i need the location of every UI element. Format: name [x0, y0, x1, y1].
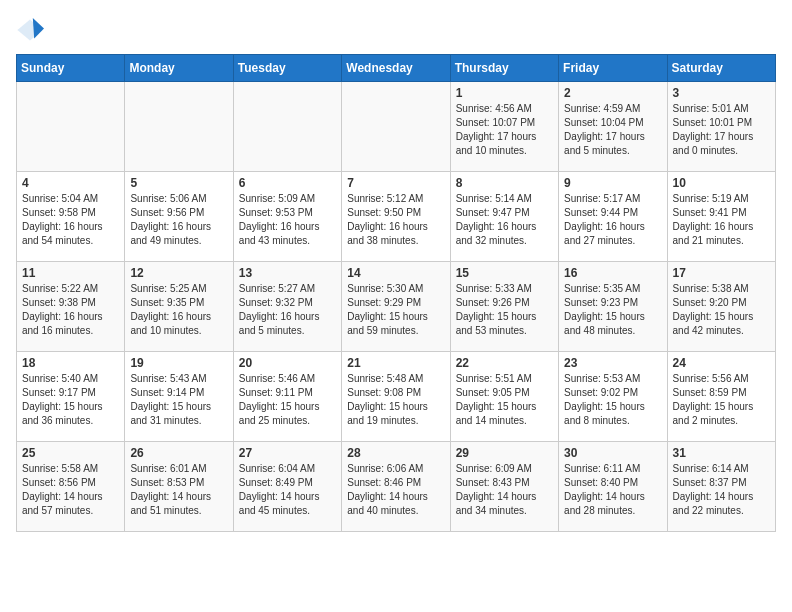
day-info: Sunrise: 5:58 AM Sunset: 8:56 PM Dayligh… — [22, 462, 119, 518]
day-info: Sunrise: 5:14 AM Sunset: 9:47 PM Dayligh… — [456, 192, 553, 248]
calendar-day-16: 16Sunrise: 5:35 AM Sunset: 9:23 PM Dayli… — [559, 262, 667, 352]
day-info: Sunrise: 5:09 AM Sunset: 9:53 PM Dayligh… — [239, 192, 336, 248]
day-info: Sunrise: 5:22 AM Sunset: 9:38 PM Dayligh… — [22, 282, 119, 338]
weekday-header-monday: Monday — [125, 55, 233, 82]
day-number: 26 — [130, 446, 227, 460]
calendar-day-1: 1Sunrise: 4:56 AM Sunset: 10:07 PM Dayli… — [450, 82, 558, 172]
calendar-day-2: 2Sunrise: 4:59 AM Sunset: 10:04 PM Dayli… — [559, 82, 667, 172]
day-number: 14 — [347, 266, 444, 280]
calendar-body: 1Sunrise: 4:56 AM Sunset: 10:07 PM Dayli… — [17, 82, 776, 532]
day-number: 27 — [239, 446, 336, 460]
day-info: Sunrise: 5:19 AM Sunset: 9:41 PM Dayligh… — [673, 192, 770, 248]
calendar-header: SundayMondayTuesdayWednesdayThursdayFrid… — [17, 55, 776, 82]
day-info: Sunrise: 5:30 AM Sunset: 9:29 PM Dayligh… — [347, 282, 444, 338]
day-number: 17 — [673, 266, 770, 280]
calendar-day-18: 18Sunrise: 5:40 AM Sunset: 9:17 PM Dayli… — [17, 352, 125, 442]
day-info: Sunrise: 5:53 AM Sunset: 9:02 PM Dayligh… — [564, 372, 661, 428]
day-number: 8 — [456, 176, 553, 190]
day-number: 31 — [673, 446, 770, 460]
day-number: 4 — [22, 176, 119, 190]
calendar-day-30: 30Sunrise: 6:11 AM Sunset: 8:40 PM Dayli… — [559, 442, 667, 532]
day-number: 25 — [22, 446, 119, 460]
day-info: Sunrise: 5:04 AM Sunset: 9:58 PM Dayligh… — [22, 192, 119, 248]
weekday-header-friday: Friday — [559, 55, 667, 82]
calendar-week-3: 11Sunrise: 5:22 AM Sunset: 9:38 PM Dayli… — [17, 262, 776, 352]
day-number: 1 — [456, 86, 553, 100]
day-info: Sunrise: 5:25 AM Sunset: 9:35 PM Dayligh… — [130, 282, 227, 338]
day-number: 18 — [22, 356, 119, 370]
calendar-week-5: 25Sunrise: 5:58 AM Sunset: 8:56 PM Dayli… — [17, 442, 776, 532]
day-info: Sunrise: 6:06 AM Sunset: 8:46 PM Dayligh… — [347, 462, 444, 518]
calendar-day-28: 28Sunrise: 6:06 AM Sunset: 8:46 PM Dayli… — [342, 442, 450, 532]
day-number: 16 — [564, 266, 661, 280]
calendar-day-5: 5Sunrise: 5:06 AM Sunset: 9:56 PM Daylig… — [125, 172, 233, 262]
calendar-day-25: 25Sunrise: 5:58 AM Sunset: 8:56 PM Dayli… — [17, 442, 125, 532]
day-info: Sunrise: 4:56 AM Sunset: 10:07 PM Daylig… — [456, 102, 553, 158]
calendar-day-26: 26Sunrise: 6:01 AM Sunset: 8:53 PM Dayli… — [125, 442, 233, 532]
calendar-day-22: 22Sunrise: 5:51 AM Sunset: 9:05 PM Dayli… — [450, 352, 558, 442]
calendar-day-15: 15Sunrise: 5:33 AM Sunset: 9:26 PM Dayli… — [450, 262, 558, 352]
day-number: 5 — [130, 176, 227, 190]
day-info: Sunrise: 5:56 AM Sunset: 8:59 PM Dayligh… — [673, 372, 770, 428]
day-number: 3 — [673, 86, 770, 100]
day-info: Sunrise: 5:01 AM Sunset: 10:01 PM Daylig… — [673, 102, 770, 158]
page-header — [16, 16, 776, 44]
calendar-day-27: 27Sunrise: 6:04 AM Sunset: 8:49 PM Dayli… — [233, 442, 341, 532]
day-number: 9 — [564, 176, 661, 190]
calendar-day-17: 17Sunrise: 5:38 AM Sunset: 9:20 PM Dayli… — [667, 262, 775, 352]
calendar-day-20: 20Sunrise: 5:46 AM Sunset: 9:11 PM Dayli… — [233, 352, 341, 442]
weekday-header-thursday: Thursday — [450, 55, 558, 82]
calendar-day-12: 12Sunrise: 5:25 AM Sunset: 9:35 PM Dayli… — [125, 262, 233, 352]
day-number: 12 — [130, 266, 227, 280]
day-number: 23 — [564, 356, 661, 370]
day-number: 21 — [347, 356, 444, 370]
day-number: 2 — [564, 86, 661, 100]
weekday-header-tuesday: Tuesday — [233, 55, 341, 82]
calendar-day-8: 8Sunrise: 5:14 AM Sunset: 9:47 PM Daylig… — [450, 172, 558, 262]
day-info: Sunrise: 6:11 AM Sunset: 8:40 PM Dayligh… — [564, 462, 661, 518]
day-number: 10 — [673, 176, 770, 190]
day-info: Sunrise: 5:40 AM Sunset: 9:17 PM Dayligh… — [22, 372, 119, 428]
weekday-header-saturday: Saturday — [667, 55, 775, 82]
day-info: Sunrise: 5:17 AM Sunset: 9:44 PM Dayligh… — [564, 192, 661, 248]
calendar-day-6: 6Sunrise: 5:09 AM Sunset: 9:53 PM Daylig… — [233, 172, 341, 262]
weekday-row: SundayMondayTuesdayWednesdayThursdayFrid… — [17, 55, 776, 82]
logo — [16, 16, 48, 44]
calendar-day-empty — [342, 82, 450, 172]
day-number: 29 — [456, 446, 553, 460]
calendar-week-1: 1Sunrise: 4:56 AM Sunset: 10:07 PM Dayli… — [17, 82, 776, 172]
calendar-day-empty — [17, 82, 125, 172]
day-number: 6 — [239, 176, 336, 190]
day-info: Sunrise: 5:43 AM Sunset: 9:14 PM Dayligh… — [130, 372, 227, 428]
day-info: Sunrise: 5:33 AM Sunset: 9:26 PM Dayligh… — [456, 282, 553, 338]
calendar-day-empty — [125, 82, 233, 172]
weekday-header-sunday: Sunday — [17, 55, 125, 82]
calendar-day-19: 19Sunrise: 5:43 AM Sunset: 9:14 PM Dayli… — [125, 352, 233, 442]
day-number: 15 — [456, 266, 553, 280]
day-info: Sunrise: 6:09 AM Sunset: 8:43 PM Dayligh… — [456, 462, 553, 518]
calendar-day-31: 31Sunrise: 6:14 AM Sunset: 8:37 PM Dayli… — [667, 442, 775, 532]
calendar-day-29: 29Sunrise: 6:09 AM Sunset: 8:43 PM Dayli… — [450, 442, 558, 532]
calendar-day-11: 11Sunrise: 5:22 AM Sunset: 9:38 PM Dayli… — [17, 262, 125, 352]
day-info: Sunrise: 6:14 AM Sunset: 8:37 PM Dayligh… — [673, 462, 770, 518]
calendar-day-4: 4Sunrise: 5:04 AM Sunset: 9:58 PM Daylig… — [17, 172, 125, 262]
calendar-day-empty — [233, 82, 341, 172]
day-number: 19 — [130, 356, 227, 370]
day-info: Sunrise: 5:12 AM Sunset: 9:50 PM Dayligh… — [347, 192, 444, 248]
day-number: 7 — [347, 176, 444, 190]
day-number: 24 — [673, 356, 770, 370]
day-info: Sunrise: 5:27 AM Sunset: 9:32 PM Dayligh… — [239, 282, 336, 338]
calendar-table: SundayMondayTuesdayWednesdayThursdayFrid… — [16, 54, 776, 532]
day-info: Sunrise: 5:35 AM Sunset: 9:23 PM Dayligh… — [564, 282, 661, 338]
calendar-day-14: 14Sunrise: 5:30 AM Sunset: 9:29 PM Dayli… — [342, 262, 450, 352]
day-info: Sunrise: 5:38 AM Sunset: 9:20 PM Dayligh… — [673, 282, 770, 338]
day-number: 30 — [564, 446, 661, 460]
day-number: 28 — [347, 446, 444, 460]
calendar-day-24: 24Sunrise: 5:56 AM Sunset: 8:59 PM Dayli… — [667, 352, 775, 442]
calendar-day-23: 23Sunrise: 5:53 AM Sunset: 9:02 PM Dayli… — [559, 352, 667, 442]
weekday-header-wednesday: Wednesday — [342, 55, 450, 82]
day-info: Sunrise: 5:06 AM Sunset: 9:56 PM Dayligh… — [130, 192, 227, 248]
day-info: Sunrise: 5:46 AM Sunset: 9:11 PM Dayligh… — [239, 372, 336, 428]
day-info: Sunrise: 4:59 AM Sunset: 10:04 PM Daylig… — [564, 102, 661, 158]
calendar-day-13: 13Sunrise: 5:27 AM Sunset: 9:32 PM Dayli… — [233, 262, 341, 352]
